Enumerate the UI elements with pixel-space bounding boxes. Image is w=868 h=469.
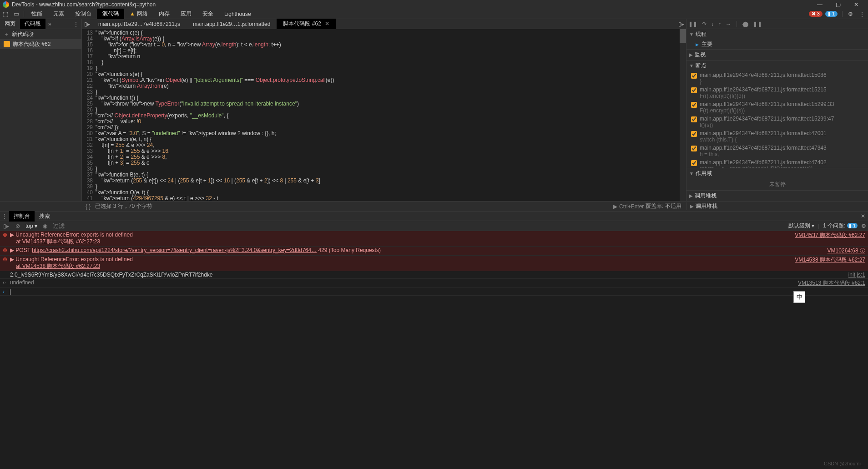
step-out-icon[interactable]: ↑ [718,21,721,27]
tab-sources[interactable]: 源代码 [97,9,124,19]
console-settings-icon[interactable]: ⚙ [861,223,866,229]
file-tab-1[interactable]: main.app.ff1e29…1.js:formatted [187,20,277,29]
breakpoint-item[interactable]: main.app.ff1e294347e4fd687211.js:formatt… [686,86,868,100]
code-content[interactable]: "kw">function c(e) { "kw">if (Array.isAr… [96,29,686,201]
navigator-more[interactable]: » [45,20,54,29]
tab-security[interactable]: 安全 [197,9,219,19]
breakpoint-checkbox[interactable] [691,87,697,93]
collapse-icon: ▶ [689,52,693,57]
info-icon[interactable]: ⓘ [860,247,865,254]
console-error-row[interactable]: ⊗▶ Uncaught ReferenceError: exports is n… [0,256,868,271]
drawer-tab-console[interactable]: 控制台 [9,211,35,222]
source-link[interactable]: VM14537 脚本代码段 #62:27 [795,232,865,246]
step-icon[interactable]: → [726,21,731,27]
chrome-icon [3,1,9,8]
console-body[interactable]: ⊗▶ Uncaught ReferenceError: exports is n… [0,231,868,468]
tab-network[interactable]: ▲网络 [124,9,153,19]
drawer-tab-search[interactable]: 搜索 [35,211,55,222]
breakpoint-checkbox[interactable] [691,146,697,151]
show-navigator-icon[interactable]: ▯▸ [676,21,686,27]
console-log-row[interactable]: 2.0_lv9S6R9YmB/yS8XwCiAd4bI7c35DSQtxFyTx… [0,271,868,279]
console-network-error-row[interactable]: ⊗▶ POST https://crash2.zhihu.com/api/122… [0,247,868,256]
breakpoint-checkbox[interactable] [691,131,697,137]
callstack-label[interactable]: 调用堆栈 [696,203,717,209]
current-thread-icon: ▶ [696,42,699,47]
tab-memory[interactable]: 内存 [153,9,175,19]
filter-input[interactable] [53,222,144,229]
live-expression-icon[interactable]: ◉ [41,223,49,229]
breakpoint-checkbox[interactable] [691,160,697,166]
console-prompt[interactable]: › [0,288,868,296]
error-badge[interactable]: ✖ 3 [809,11,823,17]
breakpoint-item[interactable]: main.app.ff1e294347e4fd687211.js:formatt… [686,158,868,168]
step-into-icon[interactable]: ↓ [711,21,714,27]
line-gutter: 1314151617181920212223242526272829303132… [82,29,96,201]
settings-icon[interactable]: ⚙ [844,11,856,17]
log-level-selector[interactable]: 默认级别 ▾ [788,222,814,230]
deactivate-breakpoints-icon[interactable]: ⬤ [742,21,748,27]
tab-lighthouse[interactable]: Lighthouse [219,10,257,19]
play-icon: ▶ [613,203,617,210]
main-area: ＋ 新代码段 脚本代码段 #62 13141516171819202122232… [0,29,868,201]
drawer-kebab-icon[interactable]: ⋮ [0,213,9,219]
snippet-item[interactable]: 脚本代码段 #62 [0,39,81,49]
tab-performance[interactable]: 性能 [26,9,48,19]
navigator-tabs: 网页 代码段 » ⋮ [0,19,82,29]
console-error-row[interactable]: ⊗▶ Uncaught ReferenceError: exports is n… [0,231,868,247]
main-thread-item[interactable]: ▶主要 [686,40,868,49]
navigator-tab-page[interactable]: 网页 [0,19,20,29]
minimize-button[interactable]: — [811,1,829,8]
maximize-button[interactable]: ▢ [829,1,847,8]
source-link[interactable]: init.js:1 [848,272,865,278]
drawer-close-icon[interactable]: ✕ [858,213,868,219]
step-over-icon[interactable]: ↷ [702,21,707,27]
breakpoint-item[interactable]: main.app.ff1e294347e4fd687211.js:formatt… [686,115,868,129]
close-button[interactable]: ✕ [847,1,865,8]
issues-label[interactable]: 1 个问题: ▮ 1 [823,222,858,230]
navigator-kebab-icon[interactable]: ⋮ [71,21,81,27]
breakpoint-item[interactable]: main.app.ff1e294347e4fd687211.js:formatt… [686,100,868,115]
console-sidebar-icon[interactable]: ▯▸ [2,223,10,229]
breakpoint-item[interactable]: main.app.ff1e294347e4fd687211.js:formatt… [686,129,868,144]
callstack-header[interactable]: ▶调用堆栈 [686,191,868,201]
collapse-icon: ▼ [689,63,694,68]
breakpoint-item[interactable]: main.app.ff1e294347e4fd687211.js:formatt… [686,71,868,86]
breakpoint-checkbox[interactable] [691,116,697,122]
context-selector[interactable]: top ▾ [25,223,37,229]
clear-console-icon[interactable]: ⊘ [14,223,22,229]
inspect-icon[interactable]: ⬚ [0,10,11,17]
breakpoint-checkbox[interactable] [691,73,697,79]
coverage-label: 覆盖率: 不适用 [646,202,681,210]
tab-elements[interactable]: 元素 [48,9,70,19]
source-link[interactable]: VM10264:68 ⓘ [828,247,865,255]
navigator-tab-snippets[interactable]: 代码段 [20,19,45,29]
more-icon[interactable]: ⋮ [856,11,868,17]
pause-icon[interactable]: ❚❚ [688,21,697,27]
pretty-print-icon[interactable]: { } [86,203,91,210]
new-snippet-button[interactable]: ＋ 新代码段 [0,29,81,39]
scope-header[interactable]: ▼作用域 [686,168,868,179]
file-tab-0[interactable]: main.app.ff1e29…7e4fd687211.js [92,20,187,29]
code-editor[interactable]: 1314151617181920212223242526272829303132… [82,29,686,201]
source-link[interactable]: VM13513 脚本代码段 #62:1 [798,279,865,287]
run-snippet-button[interactable]: ▶Ctrl+Enter [613,203,644,210]
device-icon[interactable]: ▭ [11,10,22,17]
watch-header[interactable]: ▶监视 [686,50,868,60]
source-link[interactable]: VM14538 脚本代码段 #62:27 [795,256,865,270]
divider [737,21,737,27]
file-tab-2[interactable]: 脚本代码段 #62✕ [277,19,335,29]
scrollbar-thumb[interactable] [680,29,686,43]
threads-header[interactable]: ▼线程 [686,29,868,40]
editor-scrollbar[interactable] [680,29,686,201]
breakpoints-header[interactable]: ▼断点 [686,61,868,71]
ime-indicator[interactable]: 中 [793,291,805,303]
pause-exceptions-icon[interactable]: ❚❚ [753,21,762,27]
breakpoint-item[interactable]: main.app.ff1e294347e4fd687211.js:formatt… [686,144,868,158]
devtools-toolbar: ⬚ ▭ 性能 元素 控制台 源代码 ▲网络 内存 应用 安全 Lighthous… [0,9,868,19]
tab-console[interactable]: 控制台 [70,9,97,19]
tab-application[interactable]: 应用 [175,9,197,19]
breakpoint-checkbox[interactable] [691,102,697,108]
close-tab-icon[interactable]: ✕ [325,20,329,27]
message-badge[interactable]: ▮ 1 [825,11,838,17]
file-list-icon[interactable]: ▯▸ [82,21,92,27]
